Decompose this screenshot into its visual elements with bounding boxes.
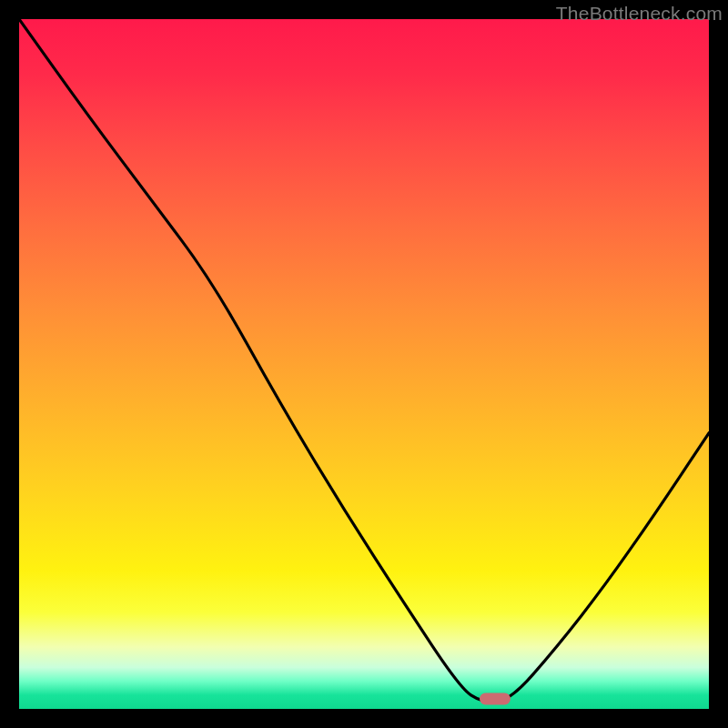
chart-frame: TheBottleneck.com xyxy=(0,0,728,728)
chart-plot-area xyxy=(19,19,709,709)
optimal-point-marker xyxy=(480,693,511,705)
bottleneck-curve xyxy=(19,19,709,709)
